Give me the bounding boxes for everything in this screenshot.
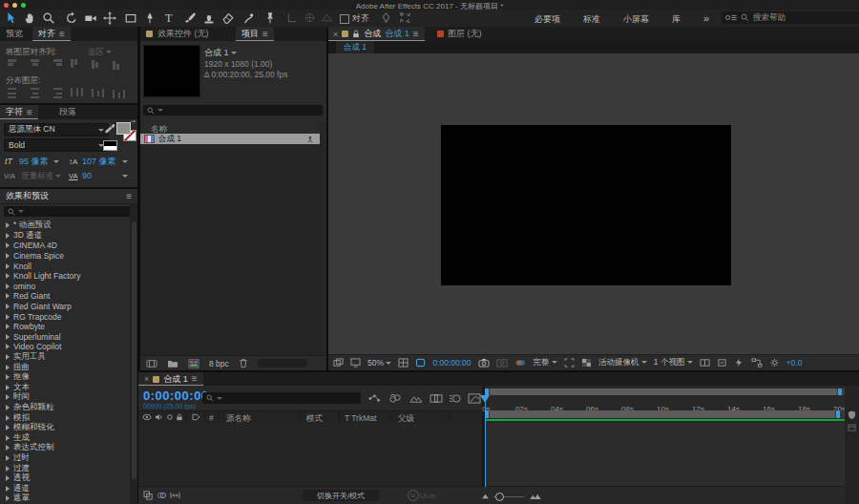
roto-brush-tool[interactable] (242, 11, 258, 25)
view-layout-select[interactable]: 1 个视图 (654, 357, 693, 368)
comp-button-icon[interactable] (848, 424, 856, 431)
expand-triangle-icon[interactable] (6, 425, 10, 430)
align-to-select[interactable]: 选区 (88, 47, 112, 57)
draft-3d-icon[interactable] (388, 393, 402, 404)
motion-blur-icon[interactable] (449, 393, 462, 404)
lock-icon[interactable] (352, 30, 360, 38)
workspace-tab[interactable]: 库 (672, 13, 681, 26)
transfer-controls-pane-icon[interactable] (157, 491, 167, 500)
workspace-manage-icon[interactable] (725, 13, 737, 22)
tracking-value[interactable]: 90 (82, 171, 92, 181)
effects-category-row[interactable]: Knoll Light Factory (0, 271, 130, 282)
tab-align[interactable]: 对齐≡ (32, 27, 71, 41)
expand-triangle-icon[interactable] (6, 405, 10, 410)
track-area[interactable] (485, 423, 845, 487)
tab-effects-presets[interactable]: 效果和预设 (0, 189, 54, 203)
mask-visibility-icon[interactable] (415, 358, 426, 368)
channel-colors-icon[interactable] (514, 358, 527, 368)
distribute-bottom-button[interactable] (50, 88, 62, 98)
expand-triangle-icon[interactable] (6, 466, 10, 472)
tab-character[interactable]: 字符≡ (0, 105, 38, 119)
zoom-in-mountains-icon[interactable] (530, 493, 541, 500)
close-icon[interactable]: × (144, 374, 149, 384)
viewer-canvas[interactable] (328, 53, 859, 355)
effects-category-row[interactable]: Red Giant Warp (0, 302, 130, 312)
interpret-footage-icon[interactable] (146, 359, 157, 368)
panel-menu-icon[interactable]: ≡ (59, 30, 65, 39)
region-of-interest-icon[interactable] (564, 358, 575, 368)
panel-menu-icon[interactable]: ≡ (413, 30, 419, 39)
expand-triangle-icon[interactable] (6, 324, 10, 329)
toggle-switches-modes-button[interactable]: 切换开关/模式 (303, 490, 379, 501)
timeline-search-input[interactable] (202, 392, 361, 404)
expand-triangle-icon[interactable] (6, 445, 10, 451)
effects-category-row[interactable]: omino (0, 282, 130, 292)
tab-composition[interactable]: × 合成 合成 1 ≡ (328, 27, 425, 41)
brush-tool[interactable] (183, 11, 199, 25)
rectangle-tool[interactable] (124, 11, 139, 25)
effects-category-row[interactable]: 3D 通道 (0, 231, 130, 242)
grid-guides-icon[interactable] (398, 358, 409, 368)
current-time-display[interactable]: 0:00:00:00 (143, 388, 209, 403)
project-item-row[interactable]: 合成 1 (140, 134, 320, 144)
snap-label[interactable]: 对齐 (352, 13, 369, 24)
search-help-field[interactable]: 搜索帮助 (722, 11, 859, 24)
default-fill-stroke-swatch[interactable] (103, 140, 117, 151)
expand-triangle-icon[interactable] (6, 475, 10, 481)
nav-start-handle[interactable] (485, 410, 489, 418)
clone-stamp-tool[interactable] (202, 11, 218, 25)
work-area-start-handle[interactable] (485, 388, 489, 395)
share-view-icon[interactable] (700, 358, 710, 368)
exposure-value[interactable]: +0.0 (786, 358, 803, 368)
nav-end-handle[interactable] (836, 410, 840, 418)
leading-value[interactable]: 107 像素 (82, 157, 116, 167)
effects-category-row[interactable]: RG Trapcode (0, 311, 130, 322)
tracking-dropdown[interactable] (122, 175, 128, 178)
expand-triangle-icon[interactable] (6, 334, 10, 340)
composition-frame[interactable] (441, 125, 731, 285)
panel-menu-icon[interactable]: ≡ (27, 108, 32, 117)
leading-dropdown[interactable] (122, 160, 128, 163)
snapshot-camera-icon[interactable] (478, 358, 490, 368)
pen-tool[interactable] (143, 11, 158, 25)
panel-menu-icon[interactable]: ≡ (262, 30, 268, 39)
pan-behind-tool[interactable] (103, 11, 118, 25)
pixel-aspect-icon[interactable] (717, 358, 727, 368)
expand-triangle-icon[interactable] (6, 304, 10, 309)
effects-category-row[interactable]: CINEMA 4D (0, 241, 130, 251)
distribute-v-center-button[interactable] (29, 88, 41, 98)
viewer-comp-tab[interactable]: 合成 1 (336, 41, 374, 53)
time-ruler-area[interactable]: 0s02s04s06s08s10s12s14s16s18s20s (485, 386, 845, 487)
trash-icon[interactable] (239, 358, 248, 368)
mask-visibility-icon[interactable] (380, 11, 395, 25)
expand-triangle-icon[interactable] (6, 284, 10, 289)
expand-triangle-icon[interactable] (6, 253, 10, 259)
orbit-camera-tool[interactable] (65, 11, 80, 25)
panel-menu-icon[interactable]: ≡ (126, 192, 132, 201)
font-style-select[interactable]: Bold (4, 138, 109, 152)
expand-triangle-icon[interactable] (6, 293, 10, 299)
distribute-right-button[interactable] (113, 88, 125, 98)
align-top-button[interactable] (71, 59, 83, 70)
comp-marker-bin-icon[interactable] (848, 410, 856, 420)
distribute-h-center-button[interactable] (92, 88, 104, 98)
workspace-overflow[interactable]: » (703, 12, 709, 24)
type-tool[interactable]: T (162, 11, 178, 25)
new-composition-icon[interactable] (188, 359, 199, 368)
work-area-end-handle[interactable] (838, 388, 842, 395)
expand-triangle-icon[interactable] (6, 394, 10, 400)
panel-menu-icon[interactable]: ≡ (192, 374, 198, 384)
zoom-tool[interactable] (42, 11, 57, 25)
frame-blend-icon[interactable] (430, 393, 443, 404)
effects-search-input[interactable] (4, 206, 134, 217)
effects-scrollbar[interactable] (130, 204, 137, 504)
expand-triangle-icon[interactable] (6, 273, 10, 279)
expand-triangle-icon[interactable] (6, 385, 10, 390)
effects-category-row[interactable]: Superluminal (0, 332, 130, 343)
distribute-left-button[interactable] (71, 88, 83, 98)
expand-triangle-icon[interactable] (6, 365, 10, 370)
effects-category-row[interactable]: Red Giant (0, 291, 130, 302)
font-size-dropdown[interactable] (53, 160, 59, 163)
effects-category-row[interactable]: Rowbyte (0, 322, 130, 332)
align-left-button[interactable] (8, 59, 20, 70)
